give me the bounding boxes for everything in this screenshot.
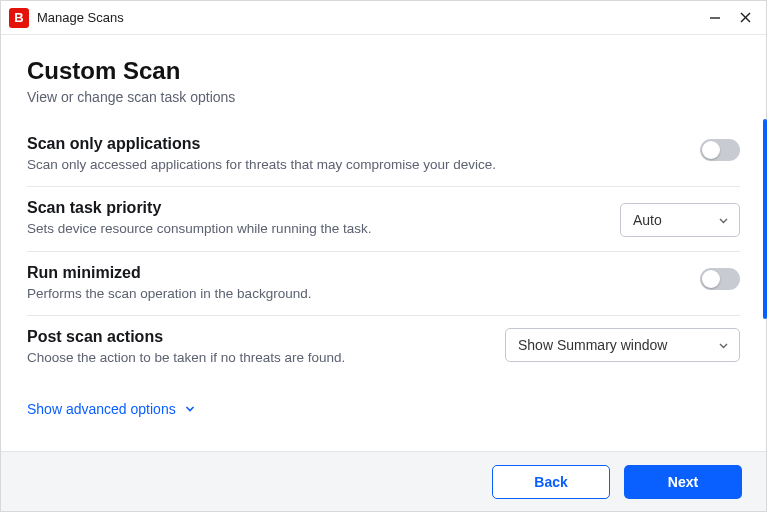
- minimize-icon: [708, 11, 722, 25]
- footer: Back Next: [1, 451, 766, 511]
- run-minimized-toggle[interactable]: [700, 268, 740, 290]
- scroll-indicator: [763, 119, 767, 319]
- back-button[interactable]: Back: [492, 465, 610, 499]
- section-title: Run minimized: [27, 264, 602, 282]
- toggle-knob: [702, 270, 720, 288]
- manage-scans-window: B Manage Scans Custom Scan View or chang…: [0, 0, 767, 512]
- content-area: Custom Scan View or change scan task opt…: [1, 35, 766, 451]
- post-scan-select[interactable]: Show Summary window: [505, 328, 740, 362]
- section-post-scan-actions: Post scan actions Choose the action to b…: [27, 316, 740, 379]
- section-run-minimized: Run minimized Performs the scan operatio…: [27, 252, 740, 316]
- section-description: Scan only accessed applications for thre…: [27, 157, 602, 172]
- section-description: Sets device resource consumption while r…: [27, 221, 602, 236]
- chevron-down-icon: [717, 339, 729, 351]
- section-title: Scan task priority: [27, 199, 602, 217]
- priority-select[interactable]: Auto: [620, 203, 740, 237]
- page-subtitle: View or change scan task options: [27, 89, 740, 105]
- section-title: Scan only applications: [27, 135, 602, 153]
- post-scan-select-value: Show Summary window: [518, 337, 667, 353]
- titlebar: B Manage Scans: [1, 1, 766, 35]
- close-button[interactable]: [730, 3, 760, 33]
- close-icon: [739, 11, 752, 24]
- scan-only-apps-toggle[interactable]: [700, 139, 740, 161]
- section-scan-only-applications: Scan only applications Scan only accesse…: [27, 123, 740, 187]
- advanced-options-label: Show advanced options: [27, 401, 176, 417]
- minimize-button[interactable]: [700, 3, 730, 33]
- next-button[interactable]: Next: [624, 465, 742, 499]
- section-description: Performs the scan operation in the backg…: [27, 286, 602, 301]
- section-title: Post scan actions: [27, 328, 487, 346]
- page-title: Custom Scan: [27, 57, 740, 85]
- chevron-down-icon: [184, 403, 196, 415]
- chevron-down-icon: [717, 214, 729, 226]
- section-scan-task-priority: Scan task priority Sets device resource …: [27, 187, 740, 252]
- section-description: Choose the action to be taken if no thre…: [27, 350, 487, 365]
- priority-select-value: Auto: [633, 212, 662, 228]
- toggle-knob: [702, 141, 720, 159]
- app-icon: B: [9, 8, 29, 28]
- show-advanced-options-link[interactable]: Show advanced options: [27, 401, 196, 417]
- window-title: Manage Scans: [37, 10, 124, 25]
- app-icon-letter: B: [14, 11, 23, 24]
